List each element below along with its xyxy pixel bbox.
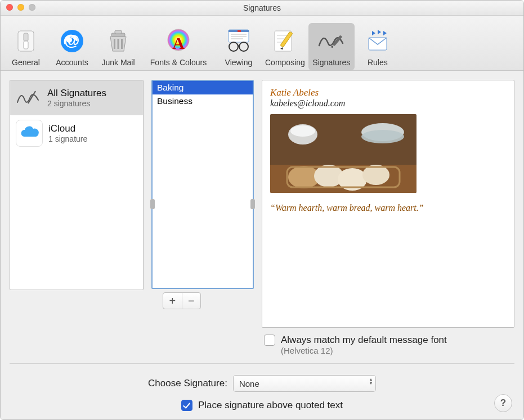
tab-junk-mail[interactable]: Junk Mail	[95, 23, 141, 70]
svg-point-37	[361, 130, 404, 143]
tab-signatures-label: Signatures	[312, 58, 350, 67]
svg-rect-10	[121, 39, 123, 49]
add-remove-signature: + −	[163, 292, 201, 309]
tab-general-label: General	[12, 58, 40, 67]
account-icloud[interactable]: iCloud 1 signature	[10, 115, 143, 151]
svg-rect-7	[115, 30, 122, 34]
accounts-icon: @	[56, 25, 88, 57]
help-button[interactable]: ?	[494, 394, 512, 412]
signature-email: kabeles@icloud.com	[270, 98, 506, 109]
accounts-list: All Signatures 2 signatures iCloud 1 sig…	[10, 80, 144, 290]
svg-line-28	[28, 91, 35, 103]
svg-text:@: @	[64, 31, 79, 49]
tab-general[interactable]: General	[3, 23, 49, 70]
account-subtitle: 1 signature	[48, 134, 87, 143]
signature-icon	[16, 85, 42, 111]
chevron-up-down-icon: ▴▾	[370, 377, 372, 385]
svg-rect-15	[238, 30, 241, 32]
account-subtitle: 2 signatures	[47, 99, 106, 108]
signature-item-baking[interactable]: Baking	[153, 81, 253, 94]
top-row: All Signatures 2 signatures iCloud 1 sig…	[10, 80, 514, 363]
choose-signature-row: Choose Signature: None ▴▾	[148, 375, 376, 392]
place-above-row: Place signature above quoted text	[181, 400, 343, 411]
signature-name: Katie Abeles	[270, 87, 506, 98]
signature-item-business[interactable]: Business	[153, 94, 253, 108]
svg-point-20	[239, 42, 248, 51]
signatures-icon	[316, 25, 347, 57]
close-window-button[interactable]	[6, 4, 13, 11]
signature-image-placeholder	[270, 114, 416, 193]
titlebar: Signatures	[1, 1, 523, 16]
match-font-sublabel: (Helvetica 12)	[281, 346, 447, 355]
general-icon	[10, 25, 42, 57]
tab-rules[interactable]: Rules	[355, 23, 401, 70]
tab-signatures[interactable]: Signatures	[308, 23, 355, 70]
account-all-signatures[interactable]: All Signatures 2 signatures	[10, 80, 143, 115]
tab-accounts-label: Accounts	[56, 58, 88, 67]
bottom-section: Choose Signature: None ▴▾ Place signatur…	[10, 363, 514, 411]
resize-handle-right[interactable]	[250, 199, 255, 209]
content-area: All Signatures 2 signatures iCloud 1 sig…	[1, 71, 523, 420]
tab-junk-mail-label: Junk Mail	[101, 58, 135, 67]
account-title: All Signatures	[47, 88, 106, 99]
signatures-column: Baking Business + −	[151, 80, 254, 363]
svg-point-39	[290, 125, 315, 137]
tab-fonts-colours[interactable]: A Fonts & Colours	[141, 23, 216, 70]
junk-mail-icon	[102, 25, 134, 57]
svg-rect-9	[118, 39, 119, 49]
account-title: iCloud	[48, 123, 87, 134]
tab-composing-label: Composing	[265, 58, 305, 67]
icloud-icon	[16, 120, 43, 147]
svg-rect-2	[24, 41, 28, 49]
tab-fonts-colours-label: Fonts & Colours	[150, 58, 207, 67]
traffic-lights	[6, 4, 35, 11]
place-above-checkbox[interactable]	[181, 400, 192, 411]
window-title: Signatures	[1, 3, 523, 12]
match-font-checkbox[interactable]	[264, 335, 275, 346]
choose-signature-popup[interactable]: None ▴▾	[233, 375, 376, 392]
remove-signature-button[interactable]: −	[182, 293, 201, 309]
signatures-list: Baking Business	[151, 80, 254, 289]
choose-signature-label: Choose Signature:	[148, 378, 227, 389]
svg-text:A: A	[172, 34, 185, 52]
match-font-label: Always match my default message font	[281, 335, 447, 346]
match-font-row: Always match my default message font (He…	[264, 332, 514, 363]
tab-viewing-label: Viewing	[225, 58, 253, 67]
minimize-window-button[interactable]	[17, 4, 24, 11]
svg-rect-1	[24, 33, 28, 41]
svg-rect-8	[114, 39, 115, 49]
preferences-toolbar: General @ Accounts	[1, 16, 523, 71]
signature-quote: “Warm hearth, warm bread, warm heart.”	[270, 203, 506, 213]
resize-handle-left[interactable]	[150, 199, 155, 209]
tab-rules-label: Rules	[368, 58, 388, 67]
preferences-window: Signatures General	[0, 0, 524, 420]
composing-icon	[269, 25, 301, 57]
add-signature-button[interactable]: +	[163, 293, 182, 309]
fonts-colours-icon: A	[163, 25, 194, 57]
choose-signature-value: None	[239, 379, 259, 389]
viewing-icon	[223, 25, 254, 57]
place-above-label: Place signature above quoted text	[198, 400, 343, 411]
rules-icon	[362, 25, 393, 57]
tab-accounts[interactable]: @ Accounts	[49, 23, 95, 70]
signature-preview[interactable]: Katie Abeles kabeles@icloud.com	[262, 80, 514, 328]
zoom-window-button[interactable]	[29, 4, 35, 11]
tab-viewing[interactable]: Viewing	[216, 23, 262, 70]
tab-composing[interactable]: Composing	[262, 23, 308, 70]
svg-point-19	[229, 42, 238, 51]
